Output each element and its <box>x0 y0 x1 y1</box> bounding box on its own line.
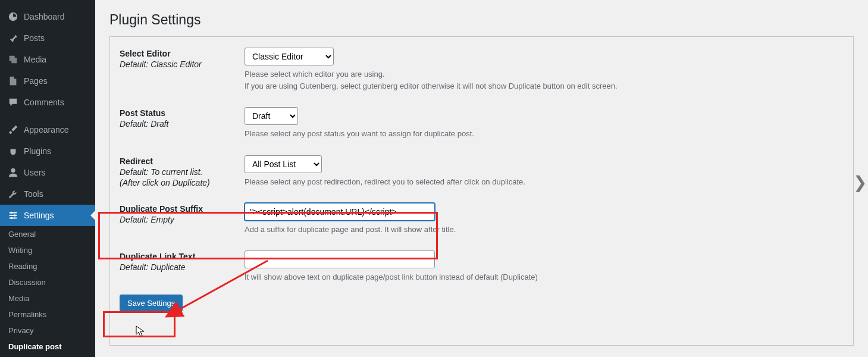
sidebar-item-label: Dashboard <box>24 12 65 21</box>
dashboard-icon <box>7 11 19 23</box>
label-linktext: Duplicate Link Text <box>120 252 245 261</box>
svg-point-0 <box>11 168 15 173</box>
sidebar-sub-general[interactable]: General <box>0 226 95 242</box>
sidebar-sub-duplicate-post[interactable]: Duplicate post <box>0 339 95 355</box>
label-post-status: Post Status <box>120 108 245 118</box>
save-settings-button[interactable]: Save Settings <box>120 295 183 312</box>
page-title: Plugin Settings <box>109 12 854 28</box>
input-linktext[interactable] <box>245 250 435 268</box>
sidebar-sub-reading[interactable]: Reading <box>0 258 95 274</box>
sidebar-item-label: Users <box>24 168 46 177</box>
settings-panel: Select Editor Default: Classic Editor Cl… <box>109 36 854 346</box>
media-icon <box>7 54 19 65</box>
svg-point-2 <box>14 214 16 217</box>
sidebar-sub-permalinks[interactable]: Permalinks <box>0 306 95 322</box>
row-select-editor: Select Editor Default: Classic Editor Cl… <box>120 48 844 92</box>
desc-suffix: Add a suffix for duplicate page and post… <box>245 224 844 235</box>
input-suffix[interactable] <box>245 203 435 221</box>
carousel-next-icon[interactable]: ❯ <box>853 173 867 192</box>
row-linktext: Duplicate Link Text Default: Duplicate I… <box>120 250 844 283</box>
brush-icon <box>7 124 19 136</box>
desc-editor-1: Please select which editor you are using… <box>245 69 844 80</box>
sidebar-item-dashboard[interactable]: Dashboard <box>0 6 95 27</box>
row-post-status: Post Status Default: Draft Draft Please … <box>120 107 844 139</box>
sidebar-sub-privacy[interactable]: Privacy <box>0 322 95 339</box>
main-content: Plugin Settings Select Editor Default: C… <box>95 0 868 357</box>
desc-redirect: Please select any post redirection, redi… <box>245 177 844 187</box>
comment-icon <box>7 96 19 108</box>
wrench-icon <box>7 188 19 200</box>
page-icon <box>7 75 19 87</box>
row-suffix: Duplicate Post Suffix Default: Empty Add… <box>120 203 844 235</box>
sidebar-item-plugins[interactable]: Plugins <box>0 140 95 162</box>
user-icon <box>7 167 19 178</box>
sidebar-sub-discussion[interactable]: Discussion <box>0 274 95 290</box>
sidebar-item-label: Tools <box>24 189 43 199</box>
row-redirect: Redirect Default: To current list. (Afte… <box>120 155 844 187</box>
sidebar-item-label: Media <box>24 55 46 64</box>
sidebar-item-label: Pages <box>24 76 48 86</box>
sidebar-item-settings[interactable]: Settings <box>0 205 95 226</box>
default-linktext: Default: Duplicate <box>120 262 245 272</box>
label-suffix: Duplicate Post Suffix <box>120 204 245 214</box>
svg-point-1 <box>11 212 13 214</box>
select-redirect[interactable]: All Post List <box>245 155 322 173</box>
default-post-status: Default: Draft <box>120 119 245 129</box>
sidebar-item-media[interactable]: Media <box>0 49 95 70</box>
select-editor[interactable]: Classic Editor <box>245 48 334 65</box>
default-redirect-1: Default: To current list. <box>120 167 245 177</box>
label-redirect: Redirect <box>120 156 245 166</box>
label-select-editor: Select Editor <box>120 49 245 58</box>
sidebar-item-label: Posts <box>24 33 45 43</box>
sidebar-item-comments[interactable]: Comments <box>0 92 95 113</box>
desc-linktext: It will show above text on duplicate pag… <box>245 272 844 283</box>
svg-point-3 <box>11 217 13 220</box>
admin-sidebar: Dashboard Posts Media Pages Comments App… <box>0 0 95 357</box>
desc-post-status: Please select any post status you want t… <box>245 129 844 139</box>
sidebar-item-label: Comments <box>24 98 64 107</box>
sidebar-item-label: Plugins <box>24 146 51 156</box>
desc-editor-2: If you are using Gutenberg, select guten… <box>245 81 844 92</box>
sidebar-item-users[interactable]: Users <box>0 162 95 183</box>
default-select-editor: Default: Classic Editor <box>120 60 245 69</box>
sidebar-item-label: Settings <box>24 211 54 220</box>
default-suffix: Default: Empty <box>120 215 245 224</box>
sidebar-item-label: Appearance <box>24 125 69 134</box>
select-post-status[interactable]: Draft <box>245 107 298 125</box>
sidebar-item-tools[interactable]: Tools <box>0 183 95 205</box>
sidebar-sub-writing[interactable]: Writing <box>0 242 95 258</box>
sidebar-item-appearance[interactable]: Appearance <box>0 119 95 140</box>
sidebar-item-pages[interactable]: Pages <box>0 70 95 92</box>
slider-icon <box>7 209 19 221</box>
default-redirect-2: (After click on Duplicate) <box>120 178 245 187</box>
plug-icon <box>7 145 19 157</box>
sidebar-item-posts[interactable]: Posts <box>0 27 95 49</box>
pin-icon <box>7 32 19 44</box>
sidebar-sub-media[interactable]: Media <box>0 290 95 306</box>
